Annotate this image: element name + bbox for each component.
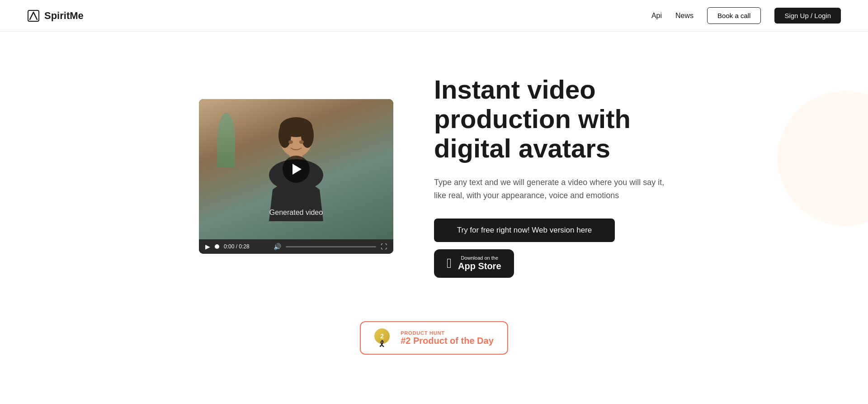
- logo-link[interactable]: SpiritMe: [27, 10, 84, 22]
- play-button[interactable]: [283, 156, 310, 183]
- appstore-text-group: Download on the App Store: [458, 256, 501, 271]
- nav-right: Api News Book a call Sign Up / Login: [651, 7, 841, 24]
- video-controls: ▶ 0:00 / 0:28 🔊 ⛶: [199, 239, 393, 254]
- play-pause-icon[interactable]: ▶: [205, 243, 210, 250]
- svg-point-8: [299, 140, 304, 144]
- cta-buttons: Try for free right now! Web version here…: [434, 219, 669, 278]
- ph-ribbon-icon: 🎗: [378, 340, 386, 349]
- navigation: SpiritMe Api News Book a call Sign Up / …: [0, 0, 868, 32]
- progress-dot: [215, 244, 219, 249]
- ph-medal: 2 🎗: [374, 328, 393, 347]
- hero-content: Instant video production with digital av…: [434, 75, 669, 277]
- volume-icon[interactable]: 🔊: [274, 243, 281, 250]
- signup-login-button[interactable]: Sign Up / Login: [774, 8, 841, 24]
- video-player: Generated video ▶ 0:00 / 0:28 🔊 ⛶: [199, 99, 393, 254]
- logo-text: SpiritMe: [44, 10, 84, 22]
- logo-icon: [27, 10, 40, 22]
- book-call-button[interactable]: Book a call: [707, 7, 761, 24]
- video-time: 0:00 / 0:28: [224, 243, 269, 250]
- svg-point-4: [301, 123, 314, 148]
- hero-section: Generated video ▶ 0:00 / 0:28 🔊 ⛶ Instan…: [0, 32, 868, 312]
- video-preview: Generated video: [199, 99, 393, 239]
- hero-title: Instant video production with digital av…: [434, 75, 669, 163]
- hero-subtitle: Type any text and we will generate a vid…: [434, 176, 669, 202]
- nav-news-link[interactable]: News: [675, 12, 693, 20]
- progress-bar[interactable]: [286, 246, 376, 247]
- nav-api-link[interactable]: Api: [651, 12, 662, 20]
- fullscreen-icon[interactable]: ⛶: [381, 243, 387, 250]
- ph-rank: #2 Product of the Day: [401, 336, 494, 346]
- title-line-1: Instant video: [434, 75, 596, 104]
- video-label: Generated video: [269, 209, 323, 217]
- try-free-button[interactable]: Try for free right now! Web version here: [434, 219, 615, 242]
- apple-icon: : [447, 256, 452, 271]
- ph-label: PRODUCT HUNT: [401, 330, 494, 336]
- svg-point-3: [278, 123, 291, 148]
- producthunt-section: 2 🎗 PRODUCT HUNT #2 Product of the Day: [0, 312, 868, 373]
- appstore-name: App Store: [458, 261, 501, 271]
- appstore-label: Download on the: [458, 256, 501, 261]
- plant-decoration: [217, 113, 235, 167]
- producthunt-badge[interactable]: 2 🎗 PRODUCT HUNT #2 Product of the Day: [360, 321, 508, 355]
- appstore-button[interactable]:  Download on the App Store: [434, 249, 514, 278]
- title-line-3: digital avatars: [434, 133, 610, 163]
- svg-point-7: [288, 140, 293, 144]
- ph-text: PRODUCT HUNT #2 Product of the Day: [401, 330, 494, 346]
- title-line-2: production with: [434, 104, 631, 133]
